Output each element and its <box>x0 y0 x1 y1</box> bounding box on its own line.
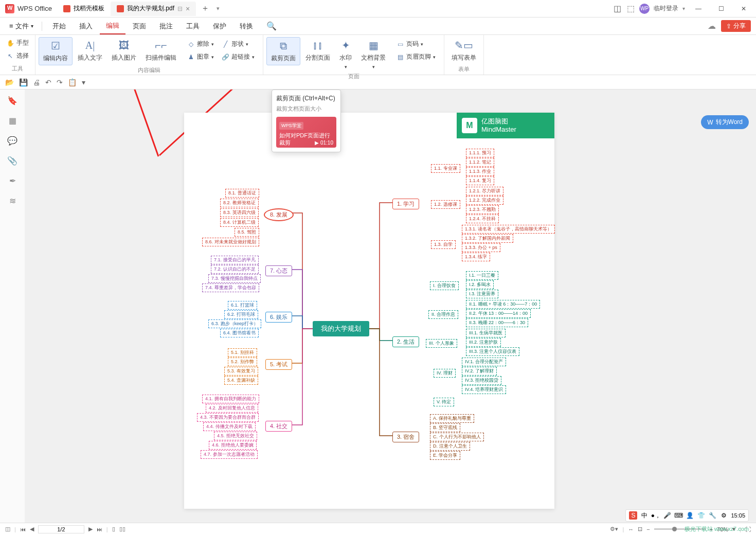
print-icon[interactable]: 🖨 <box>33 78 40 86</box>
edit-content-button[interactable]: ☑ 编辑内容 <box>39 37 73 65</box>
fit-page-icon[interactable]: ⊡ <box>638 526 642 532</box>
view-two-page-icon[interactable]: ▯▯ <box>119 526 125 532</box>
attachment-icon[interactable]: 📎 <box>7 156 17 166</box>
tab-active-doc[interactable]: 我的大学规划.pdf ⊟ × <box>111 2 196 16</box>
tray-tool-icon[interactable]: 🔧 <box>708 511 716 520</box>
login-dropdown-icon[interactable]: ▾ <box>682 6 685 11</box>
doc-bg-button[interactable]: ▦ 文档背景▾ <box>357 37 390 72</box>
erase-button[interactable]: ◇擦除▾ <box>184 38 217 50</box>
window-close-button[interactable]: ✕ <box>734 1 753 16</box>
left-sidebar: 🔖 ▦ 💬 📎 ✒ ≋ <box>0 90 25 523</box>
hand-tool-button[interactable]: ✋ 手型 <box>3 37 32 49</box>
search-icon[interactable]: 🔍 <box>260 21 283 31</box>
insert-text-button[interactable]: A| 插入文字 <box>74 37 106 64</box>
text-icon: A| <box>84 39 96 51</box>
menu-edit[interactable]: 编辑 <box>100 18 125 34</box>
sidebar-toggle-icon[interactable]: ◫ <box>5 526 10 532</box>
tray-gear-icon[interactable]: ⚙ <box>719 511 728 520</box>
insert-image-button[interactable]: 🖼 插入图片 <box>107 37 140 64</box>
doc-icon <box>63 5 70 12</box>
ribbon-group-page: ⧉ 裁剪页面 ⫿⫿ 分割页面 ✦ 水印▾ ▦ 文档背景▾ ▭页码▾ ▤页眉页脚▾… <box>263 35 444 75</box>
cloud-sync-icon[interactable]: ☁ <box>708 21 716 31</box>
pagenum-button[interactable]: ▭页码▾ <box>393 38 439 50</box>
window-minimize-button[interactable]: — <box>689 1 708 16</box>
document-viewport[interactable]: 裁剪页面 (Ctrl+Alt+C) 裁剪文档页面大小 WPS学堂 如何对PDF页… <box>25 90 756 523</box>
login-status[interactable]: 临时登录 <box>654 4 678 13</box>
fit-width-icon[interactable]: ↔ <box>628 526 634 532</box>
fill-form-button[interactable]: ✎▭ 填写表单 <box>447 37 480 64</box>
view-continuous-icon[interactable]: ▯ <box>112 526 115 532</box>
tray-sogou-icon[interactable]: S <box>629 511 637 520</box>
chevron-down-icon: ▾ <box>31 23 33 29</box>
redo-icon[interactable]: ↷ <box>57 78 63 86</box>
tab-pin-icon[interactable]: ⊟ <box>177 5 183 12</box>
branch-2: 2. 生活 <box>392 336 419 347</box>
crop-page-button[interactable]: ⧉ 裁剪页面 <box>266 37 300 65</box>
window-maximize-button[interactable]: ☐ <box>712 1 730 16</box>
tooltip-video-card[interactable]: WPS学堂 如何对PDF页面进行裁剪 ▶ 01:10 <box>276 117 336 148</box>
view-settings-icon[interactable]: ⚙▾ <box>610 526 618 532</box>
page-next-icon[interactable]: ▶ <box>88 526 93 532</box>
menu-page[interactable]: 页面 <box>127 19 152 34</box>
page-first-icon[interactable]: ⏮ <box>20 526 26 532</box>
undo-icon[interactable]: ↶ <box>45 78 51 86</box>
menu-annotate[interactable]: 批注 <box>153 19 179 34</box>
branch-3: 3. 宿舍 <box>392 432 419 442</box>
tooltip-shortcut: (Ctrl+Alt+C) <box>302 95 335 102</box>
word-icon: W <box>707 119 713 126</box>
menu-convert[interactable]: 转换 <box>233 19 259 34</box>
tab-add-button[interactable]: ＋ <box>196 3 214 14</box>
split-icon: ⫿⫿ <box>312 39 324 51</box>
watermark-icon: ✦ <box>339 39 352 51</box>
crop-tooltip: 裁剪页面 (Ctrl+Alt+C) 裁剪文档页面大小 WPS学堂 如何对PDF页… <box>272 90 341 152</box>
page-prev-icon[interactable]: ◀ <box>30 526 34 532</box>
hand-icon: ✋ <box>6 39 14 47</box>
watermark-button[interactable]: ✦ 水印▾ <box>335 37 356 72</box>
tray-keyboard-icon[interactable]: ⌨ <box>674 511 682 520</box>
mindmaster-logo: M 亿图脑图 MindMaster <box>457 113 554 138</box>
more-icon[interactable]: ▾ <box>82 78 85 86</box>
convert-to-word-button[interactable]: W 转为Word <box>701 115 749 129</box>
shape-button[interactable]: ╱形状▾ <box>218 38 251 50</box>
scan-edit-button[interactable]: ⌐⌐ 扫描件编辑 <box>141 37 181 64</box>
layers-icon[interactable]: ≋ <box>9 196 16 206</box>
headerfooter-button[interactable]: ▤页眉页脚▾ <box>393 51 439 63</box>
select-tool-button[interactable]: ↖ 选择 <box>3 50 32 62</box>
tab-menu-icon[interactable]: ▾ <box>214 5 222 12</box>
tab-template[interactable]: 找稻壳模板 <box>57 2 111 16</box>
signature-icon[interactable]: ✒ <box>9 176 16 186</box>
menu-tools[interactable]: 工具 <box>180 19 206 34</box>
menu-start[interactable]: 开始 <box>46 19 72 34</box>
split-page-button[interactable]: ⫿⫿ 分割页面 <box>301 37 334 64</box>
ribbon: ✋ 手型 ↖ 选择 工具 ☑ 编辑内容 A| 插入文字 🖼 <box>0 35 756 75</box>
app-brand: WPS Office <box>0 4 57 13</box>
tab-close-icon[interactable]: × <box>186 5 190 13</box>
menu-insert[interactable]: 插入 <box>73 19 99 34</box>
share-button[interactable]: ⇪ 分享 <box>721 20 751 32</box>
cube-icon[interactable]: ⬚ <box>626 4 635 13</box>
thumbnail-icon[interactable]: ▦ <box>9 116 16 126</box>
clipboard-icon[interactable]: 📋 <box>68 78 77 86</box>
file-menu[interactable]: ≡ 文件 ▾ <box>5 20 38 33</box>
tray-skin-icon[interactable]: 👕 <box>697 511 705 520</box>
bookmark-icon[interactable]: 🔖 <box>7 96 17 105</box>
crop-icon: ⧉ <box>277 40 290 52</box>
comment-icon[interactable]: 💬 <box>7 136 17 146</box>
hyperlink-button[interactable]: 🔗超链接▾ <box>218 51 258 63</box>
site-watermark: 极光下载站 www.xz7.com <box>685 525 749 533</box>
tray-user-icon[interactable]: 👤 <box>686 511 694 520</box>
tray-mic-icon[interactable]: 🎤 <box>663 511 671 520</box>
tray-punct-icon[interactable]: ●， <box>652 511 660 520</box>
save-icon[interactable]: 💾 <box>19 78 28 86</box>
tray-ime-icon[interactable]: 中 <box>640 511 649 520</box>
open-folder-icon[interactable]: 📂 <box>5 78 14 86</box>
avatar[interactable]: WP <box>639 4 650 14</box>
page-number-input[interactable] <box>38 525 84 533</box>
stamp-button[interactable]: ♟图章▾ <box>184 51 217 63</box>
ribbon-group-form: ✎▭ 填写表单 表单 <box>444 35 484 75</box>
panel-toggle-icon[interactable]: ◫ <box>613 4 622 13</box>
menu-protect[interactable]: 保护 <box>207 19 232 34</box>
zoom-out-icon[interactable]: − <box>646 526 650 532</box>
menu-bar: ≡ 文件 ▾ 开始 插入 编辑 页面 批注 工具 保护 转换 🔍 ☁ ⇪ 分享 <box>0 17 756 35</box>
page-last-icon[interactable]: ⏭ <box>97 526 102 532</box>
